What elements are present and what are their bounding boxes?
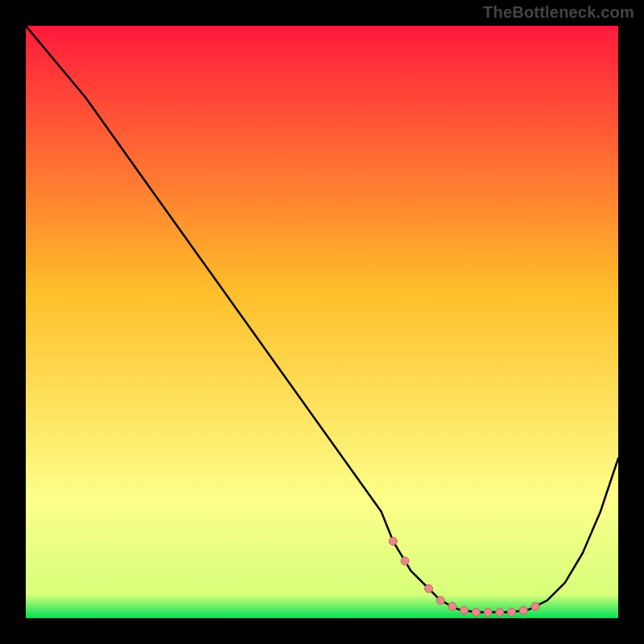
marker-dot xyxy=(484,609,492,617)
marker-dot xyxy=(448,602,456,610)
marker-dot xyxy=(425,584,433,592)
marker-dot xyxy=(496,609,504,617)
marker-dot xyxy=(436,597,444,605)
watermark-label: TheBottleneck.com xyxy=(483,3,634,22)
chart-frame: TheBottleneck.com xyxy=(0,0,644,644)
gradient-background xyxy=(26,26,618,618)
marker-dot xyxy=(508,609,516,617)
marker-dot xyxy=(519,606,527,614)
marker-dot xyxy=(472,609,480,617)
marker-dot xyxy=(460,606,469,614)
marker-dot xyxy=(531,602,539,610)
plot-area xyxy=(26,26,618,618)
marker-dot xyxy=(389,537,397,545)
chart-svg xyxy=(26,26,618,618)
marker-dot xyxy=(401,557,409,565)
